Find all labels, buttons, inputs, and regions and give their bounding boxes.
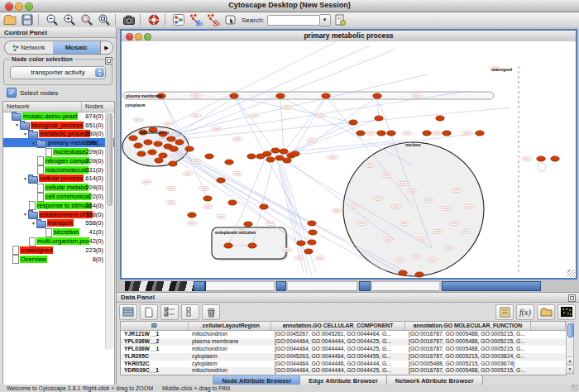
expander-icon[interactable]: ▼ — [22, 176, 28, 181]
graph-node[interactable] — [217, 178, 225, 183]
graph-node[interactable] — [283, 158, 291, 163]
graph-node[interactable] — [225, 160, 233, 165]
graph-node[interactable] — [476, 131, 484, 136]
tree-row-label[interactable]: biological_process — [31, 122, 84, 129]
table-cell[interactable]: [GO:0016787, GO:0005488, GO:0005215, G..… — [405, 367, 531, 375]
table-cell[interactable]: [GO:0016787, GO:0005215, GO:0003824, G..… — [405, 353, 531, 361]
graph-node[interactable] — [271, 148, 280, 153]
tree-row-label[interactable]: nucleobase- — [53, 148, 89, 155]
tree-row[interactable]: nucleobase-209(0) — [3, 147, 114, 156]
expander-icon[interactable]: ▼ — [31, 141, 36, 146]
tree-row-label[interactable]: cellular metabo — [45, 184, 89, 191]
table-cell[interactable]: [GO:0016787, GO:0005488, GO:0005215, G..… — [405, 346, 531, 353]
select-nodes-box-button[interactable] — [223, 13, 238, 26]
tree-row[interactable]: response to stimulu264(0) — [3, 201, 114, 210]
graph-node[interactable] — [280, 149, 288, 154]
background-window-edge[interactable] — [276, 281, 286, 291]
select-attributes-button[interactable] — [160, 304, 179, 320]
graph-node[interactable] — [144, 140, 152, 145]
table-cell[interactable]: [GO:0005488, GO:0005215, GO:0003674] — [405, 361, 531, 368]
graph-edge[interactable] — [280, 97, 284, 152]
data-panel-float-icon[interactable] — [568, 294, 576, 302]
table-cell[interactable]: cytoplasm — [189, 361, 271, 368]
tree-row[interactable]: cell communicat22(0) — [3, 192, 114, 201]
graph-node[interactable] — [205, 154, 213, 159]
graph-node[interactable] — [375, 116, 383, 121]
table-cell[interactable]: [GO:0044464, GO:0044444, GO:0044425, G..… — [271, 346, 405, 353]
graph-node[interactable] — [248, 243, 256, 248]
graph-node[interactable] — [399, 270, 407, 275]
tab-network[interactable]: Network — [5, 41, 53, 54]
graph-node[interactable] — [297, 241, 305, 246]
table-row[interactable]: YDR039C__1mitochondrion[GO:0044464, GO:0… — [121, 367, 566, 375]
graph-node[interactable] — [175, 140, 184, 145]
graph-node[interactable] — [169, 161, 177, 166]
tree-row[interactable]: cellular metabo209(0) — [3, 183, 114, 192]
table-cell[interactable]: [GO:0016787, GO:0005488, GO:0005215, G..… — [405, 331, 531, 338]
tree-row-label[interactable]: cellular process — [39, 174, 84, 182]
table-cell[interactable]: [GO:0045267, GO:0045261, GO:0044464, G..… — [271, 331, 405, 338]
new-network-selected-nodes-selected-edges-button[interactable] — [205, 13, 221, 26]
create-network-button[interactable] — [170, 13, 186, 26]
new-attribute-button[interactable] — [140, 304, 158, 320]
table-cell[interactable]: mitochondrion — [189, 367, 271, 375]
graph-node[interactable] — [155, 158, 163, 163]
tree-row[interactable]: ▼establishment of lo558(0) — [3, 210, 114, 219]
graph-node[interactable] — [154, 141, 162, 146]
search-dropdown-arrow[interactable]: ▼ — [320, 14, 331, 26]
table-cell[interactable] — [531, 361, 566, 368]
expander-icon[interactable]: ▼ — [22, 212, 28, 217]
graph-node[interactable] — [247, 154, 256, 159]
table-row[interactable]: YKR052Ccytoplasm[GO:0044464, GO:0044446,… — [121, 361, 566, 368]
table-row[interactable]: YLR295Ccytoplasm[GO:0045263, GO:0044464,… — [121, 353, 566, 361]
table-cell[interactable]: YPL036W__2 — [121, 338, 189, 346]
tree-row-label[interactable]: response to stimulu — [36, 202, 92, 209]
tree-row[interactable]: nitrogen compo209(0) — [3, 156, 114, 165]
tree-row-label[interactable]: Overview — [20, 256, 47, 263]
new-network-selected-nodes-all-edges-button[interactable] — [188, 13, 203, 26]
graph-node[interactable] — [224, 243, 232, 248]
graph-node[interactable] — [309, 230, 317, 235]
import-attributes-button[interactable] — [537, 304, 555, 320]
column-go-cellular-component[interactable]: annotation.GO CELLULAR_COMPONENT — [271, 322, 405, 330]
table-cell[interactable]: mitochondrion — [189, 331, 271, 338]
graph-node[interactable] — [377, 131, 385, 136]
tree-row[interactable]: ▼primary metabolic209(... — [3, 138, 114, 147]
graph-node[interactable] — [228, 200, 237, 205]
graph-node[interactable] — [356, 131, 365, 136]
graph-node[interactable] — [373, 93, 381, 98]
scroll-down-button[interactable]: ▼ — [567, 365, 573, 373]
graph-edge[interactable] — [234, 97, 353, 122]
table-cell[interactable]: YDR039C__1 — [121, 367, 189, 375]
graph-node[interactable] — [256, 154, 265, 159]
delete-attribute-button[interactable] — [202, 304, 220, 320]
graph-node[interactable] — [260, 204, 268, 209]
graph-node[interactable] — [230, 93, 238, 98]
graph-edge[interactable] — [163, 74, 428, 136]
attribute-editor-button[interactable] — [495, 304, 514, 320]
table-cell[interactable] — [531, 353, 566, 361]
network-window-resize-grip[interactable] — [567, 270, 575, 277]
tree-row[interactable]: multi-organism pro42(0) — [3, 237, 114, 246]
tree-row-label[interactable]: establishment of lo — [39, 211, 93, 218]
zoom-in-button[interactable] — [61, 13, 77, 26]
background-window-sliver[interactable] — [372, 281, 439, 291]
table-cell[interactable]: YJR121W__1 — [121, 331, 189, 338]
tree-row[interactable]: unassigned223(0) — [3, 246, 114, 255]
tree-row-label[interactable]: metabolic process — [39, 130, 90, 137]
tree-row[interactable]: ▼cellular process614(0) — [3, 174, 114, 184]
self-loop-edge[interactable] — [538, 163, 546, 171]
tree-scrollbar-thumb[interactable] — [107, 113, 112, 206]
table-mode-button[interactable] — [119, 304, 137, 320]
background-window-sliver[interactable] — [206, 281, 274, 291]
graph-node[interactable] — [436, 116, 444, 121]
help-button[interactable] — [146, 13, 161, 26]
tree-row[interactable]: ▼biological_process651(0) — [3, 121, 114, 130]
import-annotation-button[interactable] — [333, 13, 348, 26]
table-cell[interactable]: [GO:0044464, GO:0044444, GO:0044425, G..… — [271, 367, 405, 375]
graph-node[interactable] — [304, 249, 313, 254]
tree-row-label[interactable]: nitrogen compo — [45, 157, 89, 165]
network-graph[interactable]: plasma membranecytoplasmmitochondrionnuc… — [122, 41, 576, 278]
table-cell[interactable]: YPL036W__1 — [121, 346, 189, 353]
graph-node[interactable] — [129, 136, 137, 141]
